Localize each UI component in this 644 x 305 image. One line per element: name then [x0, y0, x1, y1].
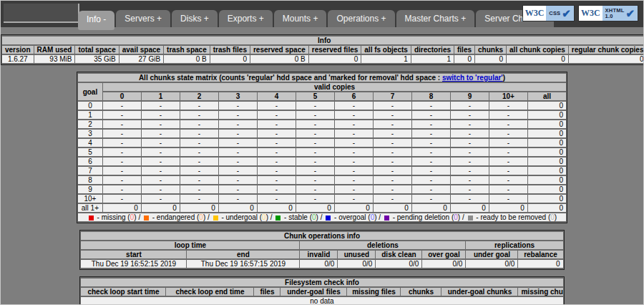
- col-header-over-goal: over goal: [422, 251, 465, 258]
- matrix-cell: -: [335, 120, 373, 128]
- matrix-group-header-row: goalvalid copies: [78, 83, 566, 91]
- matrix-cell: -: [412, 111, 450, 119]
- legend-count: 0: [454, 213, 458, 221]
- matrix-cell: -: [374, 102, 411, 110]
- matrix-cell: -: [335, 139, 373, 147]
- matrix-cell: -: [412, 148, 450, 156]
- matrix-cell: -: [142, 120, 180, 128]
- legend-color-swatch: [213, 216, 218, 221]
- matrix-cell: -: [451, 158, 489, 165]
- matrix-cell: -: [219, 195, 257, 203]
- matrix-title-row: All chunks state matrix (counts 'regular…: [78, 74, 566, 82]
- matrix-cell: -: [180, 102, 218, 110]
- info-header-row: versionRAM usedtotal spaceavail spacetra…: [2, 46, 644, 54]
- matrix-cell: -: [180, 111, 218, 119]
- matrix-cell: -: [335, 176, 373, 184]
- copies-col-header-7: 7: [374, 92, 411, 100]
- matrix-cell: -: [335, 167, 373, 175]
- matrix-cell: -: [180, 195, 218, 203]
- matrix-all-cell: 0: [528, 176, 566, 184]
- tab-servers[interactable]: Servers +: [116, 10, 170, 27]
- tab-info[interactable]: Info -: [78, 11, 114, 30]
- col-header-reserved-files: reserved files: [309, 46, 361, 54]
- matrix-footer-cell: 0: [451, 204, 489, 212]
- matrix-cell: -: [296, 111, 334, 119]
- matrix-row-goal-7: 7-----------0: [78, 167, 566, 175]
- matrix-footer-cell: 0: [412, 204, 450, 212]
- fscheck-header-row: check loop start timecheck loop end time…: [81, 288, 562, 296]
- matrix-cell: -: [180, 148, 218, 156]
- group-header-loop-time: loop time: [81, 241, 299, 249]
- matrix-cell: -: [451, 139, 489, 147]
- copies-col-header-0: 0: [103, 92, 141, 100]
- no-data-cell: no data: [81, 297, 562, 305]
- matrix-cell: -: [103, 139, 141, 147]
- matrix-cell: -: [180, 167, 218, 175]
- matrix-cell: -: [296, 139, 334, 147]
- copies-col-header-4: 4: [258, 92, 296, 100]
- col-header-check-loop-end-time: check loop end time: [166, 288, 253, 296]
- chunks-state-legend: - missing (0) / - endangered (0) / - und…: [78, 213, 566, 221]
- checkmark-icon: ✔: [625, 8, 635, 19]
- w3c-css-badge[interactable]: W3CCSS✔: [523, 6, 574, 21]
- matrix-cell: -: [219, 158, 257, 165]
- w3c-logo-text: W3C: [579, 6, 602, 21]
- validation-badges: W3CCSS✔W3CXHTML1.0✔: [523, 6, 638, 21]
- switch-to-regular-link[interactable]: switch to 'regular': [442, 74, 503, 82]
- legend-count: 0: [371, 213, 375, 221]
- valid-copies-header: valid copies: [103, 83, 566, 91]
- matrix-cell: -: [335, 148, 373, 156]
- value-reserved-files: 0: [309, 55, 361, 63]
- matrix-cell: -: [296, 158, 334, 165]
- matrix-footer-cell: 0: [142, 204, 180, 212]
- tab-mounts[interactable]: Mounts +: [274, 10, 327, 27]
- chunkops-table-title: Chunk operations info: [81, 232, 562, 240]
- matrix-cell: -: [219, 111, 257, 119]
- tab-exports[interactable]: Exports +: [219, 10, 273, 27]
- matrix-footer-cell: 0: [180, 204, 218, 212]
- matrix-cell: -: [451, 148, 489, 156]
- matrix-cell: -: [489, 102, 527, 110]
- matrix-cell: -: [451, 102, 489, 110]
- badge-side: CSS✔: [546, 6, 574, 21]
- matrix-row-goal-4: 4-----------0: [78, 139, 566, 147]
- matrix-footer-cell: 0: [528, 204, 566, 212]
- matrix-cell: -: [219, 130, 257, 137]
- value-end: Thu Dec 19 16:57:15 2019: [187, 260, 299, 268]
- matrix-cell: -: [258, 167, 296, 175]
- matrix-cell: -: [374, 148, 411, 156]
- badge-label-line: 1.0: [605, 14, 625, 19]
- matrix-cell: -: [451, 111, 489, 119]
- matrix-cell: -: [335, 185, 373, 193]
- value-all-fs-objects: 1: [361, 55, 411, 63]
- matrix-row-goal-1: 1-----------0: [78, 111, 566, 119]
- col-header-regular-chunk-copies: regular chunk copies: [569, 46, 644, 54]
- matrix-cell: -: [258, 148, 296, 156]
- matrix-cell: -: [374, 139, 411, 147]
- matrix-cell: -: [489, 111, 527, 119]
- col-header-chunks: chunks: [401, 288, 441, 296]
- matrix-cell: -: [412, 130, 450, 137]
- col-header-ram-used: RAM used: [34, 46, 75, 54]
- col-header-directories: directories: [411, 46, 454, 54]
- legend-color-swatch: [89, 216, 94, 221]
- col-header-version: version: [2, 46, 34, 54]
- matrix-row-goal-10: 10+-----------0: [78, 195, 566, 203]
- w3c-xhtml-1-0-badge[interactable]: W3CXHTML1.0✔: [579, 6, 638, 21]
- tab-operations[interactable]: Operations +: [328, 10, 394, 27]
- legend-count: 0: [550, 213, 555, 221]
- tab-master-charts[interactable]: Master Charts +: [396, 10, 475, 27]
- matrix-cell: -: [335, 102, 373, 110]
- value-rebalance: 0: [518, 260, 562, 268]
- matrix-cell: -: [142, 130, 180, 137]
- legend-color-swatch: [468, 216, 473, 221]
- col-header-all-fs-objects: all fs objects: [361, 46, 411, 54]
- checkmark-icon: ✔: [562, 8, 571, 19]
- matrix-cell: -: [489, 130, 527, 137]
- matrix-cell: -: [374, 158, 411, 165]
- matrix-footer-cell: 0: [258, 204, 296, 212]
- tab-disks[interactable]: Disks +: [172, 10, 218, 27]
- matrix-row-goal-2: 2-----------0: [78, 120, 566, 128]
- matrix-row-goal-0: 0-----------0: [78, 102, 566, 110]
- matrix-cell: -: [219, 148, 257, 156]
